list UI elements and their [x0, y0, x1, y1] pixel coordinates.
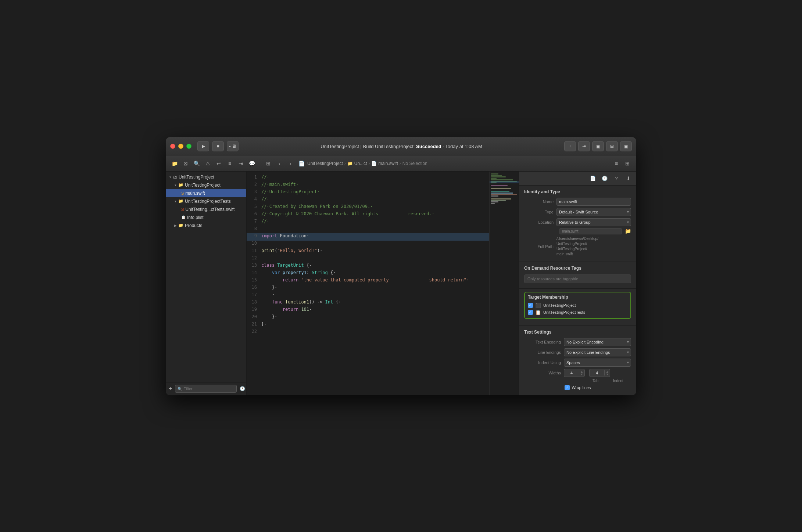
window-title: UnitTestingProject | Build UnitTestingPr…: [241, 144, 561, 149]
maximize-button[interactable]: [186, 144, 191, 149]
code-line: 4 //·: [247, 197, 489, 204]
help-tab[interactable]: ?: [612, 174, 621, 183]
tab-stepper: ▲ ▼: [579, 370, 584, 375]
warning-icon[interactable]: ⊠: [181, 159, 190, 168]
breadcrumb-group[interactable]: Un...ct: [354, 161, 367, 166]
list-icon[interactable]: ≡: [225, 159, 234, 168]
tm-checkbox-2[interactable]: ✓: [528, 310, 533, 315]
xcode-window: ▶ ■ ▪ 🖥 UnitTestingProject | Build UnitT…: [166, 137, 636, 395]
browse-icon[interactable]: 📁: [625, 228, 631, 234]
disclosure-group: ▾: [172, 182, 178, 188]
single-panel-button[interactable]: ▣: [592, 141, 604, 151]
plist-icon: 📋: [181, 215, 186, 219]
tab-step-up[interactable]: ▲: [579, 370, 584, 373]
filter-icon[interactable]: 🔍: [192, 159, 201, 168]
fullpath-value: /Users/chaewan/Desktop/UnitTestingProjec…: [556, 236, 598, 257]
sidebar-item-label: Products: [185, 223, 202, 228]
encoding-select[interactable]: No Explicit Encoding: [564, 338, 631, 346]
inspector-toolbar: 📄 🕐 ? ⬇: [519, 172, 636, 186]
split-panel-button[interactable]: ⊟: [606, 141, 618, 151]
download-tab[interactable]: ⬇: [624, 174, 633, 183]
grid-icon[interactable]: ⊞: [264, 159, 273, 168]
expand-button[interactable]: ⇥: [578, 141, 590, 151]
mm-line: [491, 194, 517, 195]
target-membership-title: Target Membership: [528, 295, 627, 300]
folder-products-icon: 📁: [178, 223, 183, 228]
on-demand-input[interactable]: [524, 274, 631, 283]
close-button[interactable]: [170, 144, 175, 149]
sidebar-item-group[interactable]: ▾ 📁 UnitTestingProject: [166, 181, 246, 189]
breadcrumb-group-icon: 📁: [347, 161, 353, 166]
breadcrumb: 📄 UnitTestingProject › 📁 Un...ct › 📄 mai…: [297, 159, 427, 168]
breadcrumb-project[interactable]: UnitTestingProject: [307, 161, 343, 166]
encoding-row: Text Encoding No Explicit Encoding ▼: [519, 337, 636, 347]
indent-stepper: ▲ ▼: [604, 370, 610, 375]
mm-line: [491, 198, 511, 200]
mm-line: [491, 175, 502, 176]
stop-button[interactable]: ■: [212, 141, 224, 151]
link-icon[interactable]: ⇥: [236, 159, 245, 168]
indent-width-input[interactable]: [590, 371, 604, 375]
wrap-checkbox[interactable]: ✓: [565, 385, 570, 390]
mm-line: [491, 178, 497, 179]
grid2-icon[interactable]: ⊞: [623, 159, 632, 168]
sidebar-item-info-plist[interactable]: 📋 Info.plist: [166, 213, 246, 222]
indent-step-down[interactable]: ▼: [605, 373, 610, 375]
add-button[interactable]: +: [564, 141, 576, 151]
minimap-highlight: [490, 181, 519, 183]
code-editor[interactable]: 1 //· 2 //·main.swift· 3 //·UnitTestingP…: [247, 172, 489, 395]
filter-input[interactable]: [183, 387, 234, 391]
tm-tests-icon: 📋: [535, 310, 541, 315]
sidebar-item-root[interactable]: ▾ 🗂 UnitTestingProject: [166, 173, 246, 181]
code-line: 18 func function1 () -> Int {·: [247, 299, 489, 307]
file-inspector-tab[interactable]: 📄: [588, 174, 597, 183]
inspector-toggle[interactable]: ▣: [620, 141, 632, 151]
undo-icon[interactable]: ↩: [214, 159, 223, 168]
indent-label: Indent Using: [524, 360, 561, 365]
on-demand-section: On Demand Resource Tags: [519, 262, 636, 289]
tab-width-input[interactable]: [564, 371, 579, 375]
breadcrumb-file-icon: 📄: [297, 159, 306, 168]
indent-step-up[interactable]: ▲: [605, 370, 610, 373]
hierarchy-icon[interactable]: ⚠: [203, 159, 212, 168]
line-endings-select[interactable]: No Explicit Line Endings: [564, 348, 631, 356]
sidebar-item-products[interactable]: ▶ 📁 Products: [166, 222, 246, 230]
disclosure-tests: ▾: [172, 198, 178, 204]
window-controls-right: + ⇥ ▣ ⊟ ▣: [564, 141, 632, 151]
breadcrumb-file[interactable]: main.swift: [378, 161, 398, 166]
code-line: 14 var property1 : String {·: [247, 270, 489, 277]
minimap-content: [490, 172, 519, 206]
location-select[interactable]: Relative to Group: [556, 218, 631, 226]
sidebar-item-tests-file[interactable]: S UnitTesting...ctTests.swift: [166, 205, 246, 213]
type-select[interactable]: Default - Swift Source: [556, 208, 631, 216]
disclosure-ip: [178, 215, 181, 220]
code-line: 15 return "the value that computed prope…: [247, 277, 489, 285]
target-membership-box: Target Membership ✓ ⬛ UnitTestingProject…: [524, 292, 631, 319]
comment-icon[interactable]: 💬: [247, 159, 256, 168]
code-line: 20 }·: [247, 314, 489, 321]
widths-label: Widths: [524, 371, 561, 375]
sidebar-item-label: UnitTesting...ctTests.swift: [185, 207, 234, 212]
add-file-button[interactable]: +: [169, 384, 172, 393]
tab-step-down[interactable]: ▼: [579, 373, 584, 375]
indent-select[interactable]: Spaces: [564, 359, 631, 367]
tm-checkbox-1[interactable]: ✓: [528, 303, 533, 308]
minimize-button[interactable]: [178, 144, 183, 149]
sidebar-item-tests-group[interactable]: ▾ 📁 UnitTestingProjectTests: [166, 197, 246, 205]
recent-icon[interactable]: 🕐: [240, 384, 245, 393]
target-membership-section: Target Membership ✓ ⬛ UnitTestingProject…: [519, 292, 636, 326]
name-input[interactable]: [556, 198, 631, 206]
play-button[interactable]: ▶: [197, 141, 209, 151]
sidebar-item-main-swift[interactable]: S main.swift: [166, 189, 246, 197]
structure-icon[interactable]: ≡: [612, 159, 621, 168]
indent-width-field: ▲ ▼: [589, 369, 610, 377]
navigator-icon[interactable]: 📁: [170, 159, 179, 168]
history-tab[interactable]: 🕐: [600, 174, 609, 183]
back-nav-button[interactable]: ‹: [275, 159, 284, 168]
scheme-selector[interactable]: ▪ 🖥: [227, 141, 239, 151]
code-line: 9 import Foundation·: [247, 233, 489, 241]
forward-nav-button[interactable]: ›: [286, 159, 295, 168]
filter-box[interactable]: 🔍: [175, 385, 237, 393]
filename-box: main.swift: [559, 228, 622, 234]
traffic-lights: [170, 144, 191, 149]
